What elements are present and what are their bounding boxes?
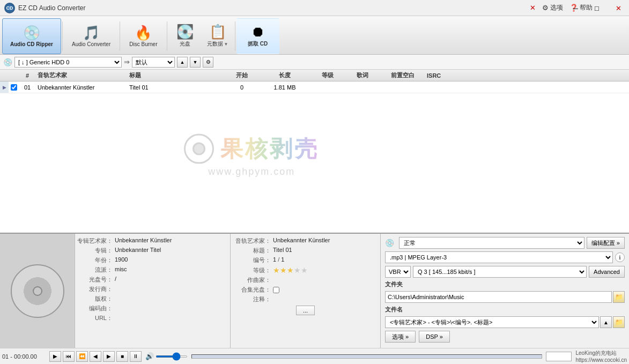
format-select-row: .mp3 | MPEG Layer-3 ℹ	[385, 251, 625, 263]
track-info: 01 - 00:00.00	[2, 353, 48, 360]
drive-settings-button[interactable]: ⚙	[203, 57, 213, 68]
toolbar-metadata[interactable]: 📋 元数据 ▼	[202, 18, 234, 54]
meta-copyright-row: 版权：	[77, 295, 228, 303]
meta-year-label: 年份：	[77, 256, 115, 264]
row-length: 1.81 MB	[261, 84, 309, 91]
options-action[interactable]: ⚙ 选项	[542, 3, 563, 12]
stop-button[interactable]: ■	[116, 351, 128, 362]
close-icon-x: ✕	[530, 4, 536, 12]
filename-up-button[interactable]: ▲	[600, 316, 612, 328]
audio-cd-ripper-label: Audio CD Ripper	[10, 41, 53, 47]
rewind-button[interactable]: ⏪	[76, 351, 88, 362]
cd-icon-small: 💿	[385, 239, 394, 247]
col-num-header: #	[19, 72, 35, 79]
watermark: 果核剥壳 www.ghpym.com	[184, 134, 319, 177]
row-checkbox[interactable]	[9, 84, 19, 91]
vbr-select[interactable]: VBR	[385, 266, 411, 278]
meta-encoder-row: 编码由：	[77, 304, 228, 313]
table-row[interactable]: ▶ 01 Unbekannter Künstler Titel 01 0 1.8…	[0, 81, 629, 93]
toolbar-disc-burner[interactable]: 🔥 Disc Burner	[121, 18, 165, 54]
rip-cd-label: 抓取 CD	[248, 40, 268, 48]
col-length-header: 长度	[261, 71, 309, 79]
disc-hole	[33, 286, 42, 296]
col-isrc-header: ISRC	[427, 72, 480, 79]
audio-cd-ripper-icon: 💿	[23, 26, 40, 40]
meta-compilation-row: 合集光盘：	[233, 286, 378, 294]
profile-select[interactable]: 默认	[132, 57, 175, 68]
col-artist-header: 音轨艺术家	[35, 71, 129, 79]
filename-select[interactable]: <专辑艺术家> - <专辑>\<编号>. <标题>	[385, 316, 599, 328]
meta-title-row: 标题： Titel 01	[233, 247, 378, 255]
meta-composer-label: 作曲家：	[233, 276, 273, 284]
star-1[interactable]: ★	[273, 266, 280, 274]
star-3[interactable]: ★	[287, 266, 294, 274]
eject-up-button[interactable]: ▲	[177, 57, 188, 68]
quality-select[interactable]: Q 3 [ 145...185 kbit/s ]	[413, 266, 587, 278]
metadata-icon: 📋	[209, 25, 226, 39]
prev-track-button[interactable]: ⏮	[63, 351, 75, 362]
toolbar-audio-cd-ripper[interactable]: 💿 Audio CD Ripper	[2, 18, 61, 54]
toolbar-disc[interactable]: 💽 光盘	[168, 18, 202, 54]
more-metadata-button[interactable]: ...	[296, 306, 315, 315]
edit-config-button[interactable]: 编辑配置 »	[587, 237, 625, 249]
options-button[interactable]: 选项 »	[385, 331, 416, 343]
next-frame-button[interactable]: ▶	[103, 351, 115, 362]
meta-tracknum-sep: /	[276, 256, 281, 264]
tool-sep-1	[62, 21, 63, 51]
folder-input[interactable]	[385, 291, 612, 303]
arrow-icon: ⇒	[124, 58, 130, 66]
eject-down-button[interactable]: ▼	[190, 57, 201, 68]
pause-button[interactable]: ⏸	[130, 351, 142, 362]
app-title: EZ CD Audio Converter	[18, 4, 530, 12]
advanced-button[interactable]: Advanced	[589, 266, 625, 278]
filename-browse-button[interactable]: 📁	[613, 316, 625, 328]
title-bar: CD EZ CD Audio Converter ✕ ⚙ 选项 ❓ 帮助 ─ □…	[0, 0, 629, 16]
star-4[interactable]: ★	[294, 266, 301, 274]
meta-album-label: 专辑：	[77, 247, 115, 255]
disc-burner-label: Disc Burner	[129, 41, 157, 47]
star-2[interactable]: ★	[280, 266, 287, 274]
meta-rating-row: 等级： ★ ★ ★ ★ ★	[233, 266, 378, 274]
star-5[interactable]: ★	[301, 266, 308, 274]
disc-label: 光盘	[180, 40, 190, 48]
meta-copyright-label: 版权：	[77, 295, 115, 303]
disc-burner-icon: 🔥	[135, 26, 152, 40]
format-select[interactable]: .mp3 | MPEG Layer-3	[385, 251, 613, 263]
bottom-buttons-row: 选项 » DSP »	[385, 331, 625, 343]
close-button[interactable]: ✕	[608, 0, 629, 16]
time-display	[546, 352, 572, 361]
meta-compilation-label: 合集光盘：	[233, 286, 273, 294]
volume-slider[interactable]	[156, 355, 188, 358]
filename-input-row: <专辑艺术家> - <专辑>\<编号>. <标题> ▲ 📁	[385, 316, 625, 328]
minimize-button[interactable]: ─	[565, 0, 586, 16]
meta-track-artist-row: 音轨艺术家： Unbekannter Künstler	[233, 237, 378, 245]
folder-browse-button[interactable]: 📁	[613, 291, 625, 303]
meta-compilation-checkbox[interactable]	[273, 287, 279, 293]
encoding-row: VBR Q 3 [ 145...185 kbit/s ] Advanced	[385, 266, 625, 278]
drive-select[interactable]: [ ↓ ] Generic HDD 0	[14, 57, 122, 68]
prev-frame-button[interactable]: ◀	[90, 351, 101, 362]
options-label: 选项	[550, 3, 563, 12]
maximize-button[interactable]: □	[586, 0, 608, 16]
play-button[interactable]: ▶	[49, 351, 61, 362]
profile-select-main[interactable]: 正常	[399, 237, 584, 249]
tool-sep-4	[235, 21, 235, 51]
toolbar-rip-cd[interactable]: ⏺ 抓取 CD	[236, 18, 279, 54]
meta-more-row: ...	[233, 306, 378, 315]
dsp-button[interactable]: DSP »	[419, 331, 450, 343]
info-icon[interactable]: ℹ	[615, 252, 625, 262]
meta-url-label: URL：	[77, 314, 115, 322]
col-pregap-header: 前置空白	[379, 71, 427, 79]
row-num: 01	[19, 84, 35, 91]
meta-genre-label: 流派：	[77, 266, 115, 274]
meta-tracknum-label: 编号：	[233, 256, 273, 264]
progress-bar-container[interactable]	[191, 354, 542, 359]
metadata-label: 元数据	[207, 40, 223, 48]
format-panel: 💿 正常 编辑配置 » .mp3 | MPEG Layer-3 ℹ VBR	[381, 234, 629, 348]
meta-album-artist-value: Unbekannter Künstler	[115, 237, 172, 245]
watermark-text: 果核剥壳	[220, 134, 319, 164]
meta-comment-label: 注释：	[233, 295, 273, 303]
toolbar-audio-converter[interactable]: 🎵 Audio Converter	[64, 18, 119, 54]
album-art-disc	[11, 264, 64, 318]
disc-icon: 💽	[176, 25, 194, 39]
